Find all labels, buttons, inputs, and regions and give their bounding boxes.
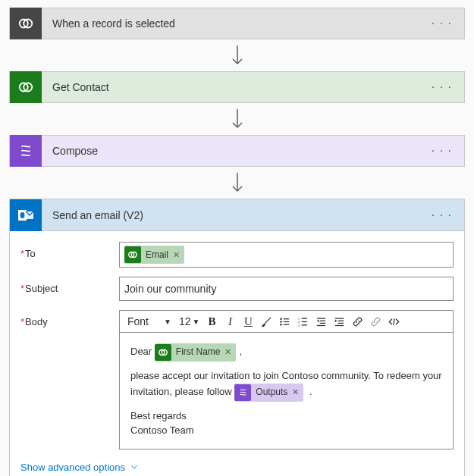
unlink-button[interactable] [368,313,383,330]
step-title: Get Contact [42,81,419,93]
step-menu-button[interactable]: · · · [419,208,464,222]
step-send-email-header[interactable]: Send an email (V2) · · · [10,199,464,231]
cds-icon [10,71,42,103]
step-get-contact[interactable]: Get Contact · · · [9,71,465,103]
step-title: Send an email (V2) [42,209,419,221]
font-size-select[interactable]: 12▼ [177,314,201,329]
to-input[interactable]: Email ✕ [119,242,454,268]
svg-rect-13 [284,318,290,319]
token-first-name[interactable]: First Name ✕ [155,343,237,362]
font-select[interactable]: Font▼ [124,314,174,329]
svg-point-8 [20,212,25,218]
cds-icon [155,344,171,361]
svg-line-34 [394,318,394,325]
field-to: *To Email ✕ [20,242,454,268]
token-remove-icon[interactable]: ✕ [224,346,231,359]
svg-point-12 [280,318,282,320]
arrow-down-icon [8,108,466,130]
compose-icon [10,135,42,167]
arrow-down-icon [8,171,466,194]
svg-marker-26 [317,319,319,322]
svg-point-14 [280,321,282,323]
step-send-email-panel: Send an email (V2) · · · *To Email ✕ *Su… [9,199,465,476]
italic-button[interactable]: I [222,313,237,330]
indent-button[interactable] [331,313,347,330]
step-menu-button[interactable]: · · · [419,80,464,94]
cds-icon [124,246,141,263]
field-body: *Body Font▼ 12▼ B I U [20,310,454,449]
link-button[interactable] [350,313,365,330]
token-remove-icon[interactable]: ✕ [292,387,299,399]
svg-rect-23 [302,324,308,325]
token-outputs[interactable]: Outputs ✕ [234,384,303,402]
step-menu-button[interactable]: · · · [419,17,464,30]
svg-rect-29 [335,318,344,318]
field-label-subject: *Subject [20,277,119,301]
svg-rect-19 [302,318,308,318]
svg-rect-33 [335,324,344,325]
svg-rect-24 [317,318,325,318]
underline-button[interactable]: U [240,313,256,330]
step-title: Compose [42,145,419,157]
step-compose[interactable]: Compose · · · [9,135,465,167]
show-advanced-options[interactable]: Show advanced options [20,462,139,473]
body-editor[interactable]: Dear First Name ✕ , please accept our in… [119,332,454,449]
field-label-to: *To [20,242,119,268]
chevron-down-icon [130,462,139,471]
token-email[interactable]: Email ✕ [124,246,184,264]
highlight-button[interactable] [259,313,274,330]
number-list-button[interactable]: 123 [295,313,310,330]
arrow-down-icon [8,44,466,67]
step-menu-button[interactable]: · · · [419,144,464,158]
svg-text:3: 3 [298,323,300,327]
bullet-list-button[interactable] [277,313,292,330]
svg-rect-32 [338,322,344,323]
svg-rect-27 [320,322,326,323]
svg-rect-28 [317,324,325,325]
svg-rect-17 [284,324,290,324]
svg-marker-31 [335,319,337,322]
code-view-button[interactable] [386,313,401,330]
cds-icon [10,8,42,39]
outdent-button[interactable] [313,313,328,330]
field-subject: *Subject Join our community [20,277,454,301]
svg-rect-25 [320,320,326,321]
subject-input[interactable]: Join our community [119,277,454,301]
rte-toolbar: Font▼ 12▼ B I U 123 [119,310,454,332]
svg-rect-21 [302,321,308,321]
token-remove-icon[interactable]: ✕ [173,250,180,260]
field-label-body: *Body [20,310,119,449]
outlook-icon [10,199,42,231]
svg-rect-30 [338,320,344,321]
step-trigger[interactable]: When a record is selected · · · [9,8,465,39]
step-title: When a record is selected [42,17,419,30]
svg-rect-15 [284,321,290,321]
svg-point-16 [280,324,282,326]
compose-icon [234,384,251,401]
bold-button[interactable]: B [204,313,219,330]
